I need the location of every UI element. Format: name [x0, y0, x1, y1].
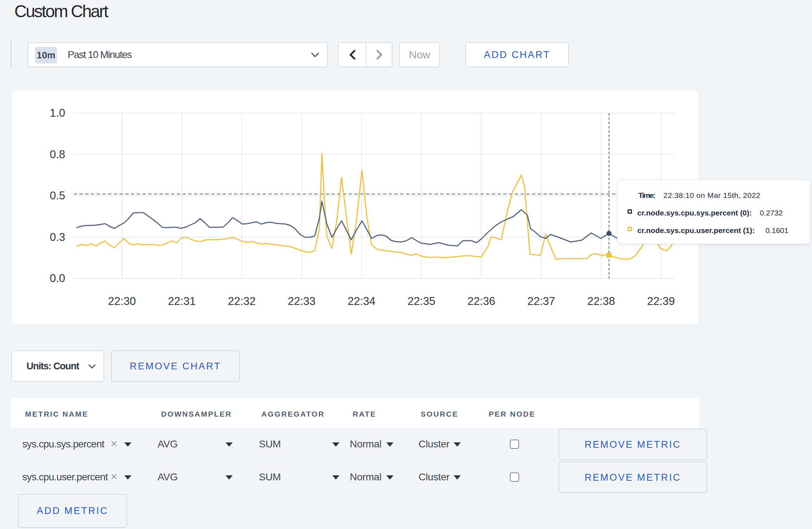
svg-text:22:35: 22:35	[407, 295, 435, 307]
svg-text:22:39: 22:39	[647, 295, 675, 307]
svg-text:0.5: 0.5	[50, 189, 65, 202]
svg-text:1.0: 1.0	[50, 107, 65, 119]
svg-text:0.8: 0.8	[50, 148, 65, 161]
svg-text:22:38: 22:38	[587, 295, 615, 307]
svg-text:22:32: 22:32	[228, 295, 256, 307]
svg-text:0.3: 0.3	[50, 231, 65, 243]
svg-text:22:34: 22:34	[348, 295, 376, 307]
svg-text:0.0: 0.0	[50, 272, 65, 285]
svg-text:22:36: 22:36	[468, 295, 496, 307]
svg-text:22:31: 22:31	[168, 295, 196, 307]
svg-text:22:33: 22:33	[288, 295, 316, 307]
svg-text:22:30: 22:30	[108, 295, 136, 307]
svg-text:22:37: 22:37	[527, 295, 555, 307]
